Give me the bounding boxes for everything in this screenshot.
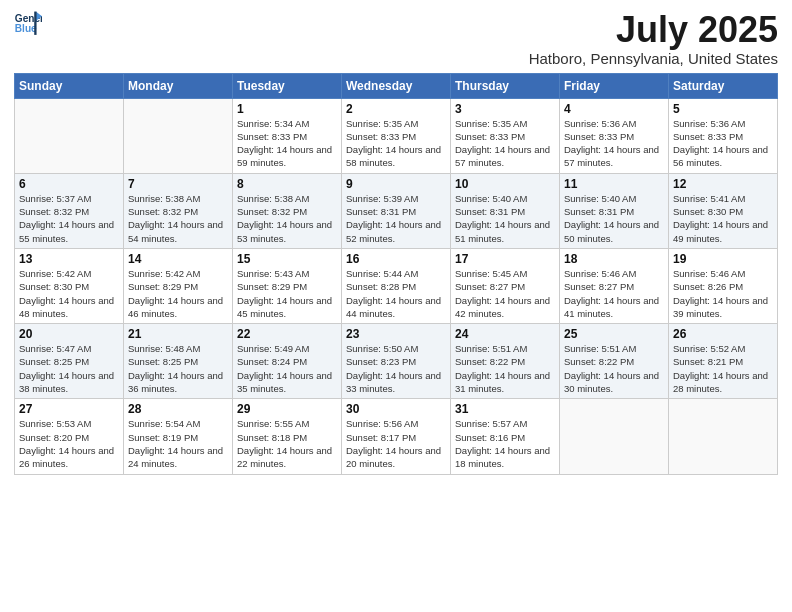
day-number: 30 (346, 402, 446, 416)
calendar-cell: 14Sunrise: 5:42 AM Sunset: 8:29 PM Dayli… (124, 248, 233, 323)
weekday-header-tuesday: Tuesday (233, 73, 342, 98)
calendar-cell: 6Sunrise: 5:37 AM Sunset: 8:32 PM Daylig… (15, 173, 124, 248)
weekday-header-monday: Monday (124, 73, 233, 98)
day-info: Sunrise: 5:49 AM Sunset: 8:24 PM Dayligh… (237, 342, 337, 395)
calendar-cell: 31Sunrise: 5:57 AM Sunset: 8:16 PM Dayli… (451, 399, 560, 474)
calendar-cell: 7Sunrise: 5:38 AM Sunset: 8:32 PM Daylig… (124, 173, 233, 248)
calendar-week-row: 20Sunrise: 5:47 AM Sunset: 8:25 PM Dayli… (15, 324, 778, 399)
logo-area: General Blue (14, 10, 42, 38)
day-info: Sunrise: 5:43 AM Sunset: 8:29 PM Dayligh… (237, 267, 337, 320)
day-info: Sunrise: 5:57 AM Sunset: 8:16 PM Dayligh… (455, 417, 555, 470)
day-info: Sunrise: 5:45 AM Sunset: 8:27 PM Dayligh… (455, 267, 555, 320)
day-number: 26 (673, 327, 773, 341)
day-number: 19 (673, 252, 773, 266)
calendar-week-row: 6Sunrise: 5:37 AM Sunset: 8:32 PM Daylig… (15, 173, 778, 248)
svg-text:Blue: Blue (15, 23, 37, 34)
day-number: 18 (564, 252, 664, 266)
weekday-header-saturday: Saturday (669, 73, 778, 98)
day-number: 15 (237, 252, 337, 266)
day-number: 16 (346, 252, 446, 266)
calendar-cell: 25Sunrise: 5:51 AM Sunset: 8:22 PM Dayli… (560, 324, 669, 399)
calendar-cell: 2Sunrise: 5:35 AM Sunset: 8:33 PM Daylig… (342, 98, 451, 173)
day-number: 1 (237, 102, 337, 116)
day-number: 14 (128, 252, 228, 266)
day-number: 29 (237, 402, 337, 416)
calendar-week-row: 13Sunrise: 5:42 AM Sunset: 8:30 PM Dayli… (15, 248, 778, 323)
logo-icon: General Blue (14, 10, 42, 38)
calendar-cell: 5Sunrise: 5:36 AM Sunset: 8:33 PM Daylig… (669, 98, 778, 173)
weekday-header-wednesday: Wednesday (342, 73, 451, 98)
day-number: 23 (346, 327, 446, 341)
calendar-cell: 12Sunrise: 5:41 AM Sunset: 8:30 PM Dayli… (669, 173, 778, 248)
day-info: Sunrise: 5:44 AM Sunset: 8:28 PM Dayligh… (346, 267, 446, 320)
day-info: Sunrise: 5:38 AM Sunset: 8:32 PM Dayligh… (237, 192, 337, 245)
day-number: 12 (673, 177, 773, 191)
calendar-cell: 21Sunrise: 5:48 AM Sunset: 8:25 PM Dayli… (124, 324, 233, 399)
calendar-cell: 18Sunrise: 5:46 AM Sunset: 8:27 PM Dayli… (560, 248, 669, 323)
day-number: 13 (19, 252, 119, 266)
day-number: 6 (19, 177, 119, 191)
calendar-cell: 24Sunrise: 5:51 AM Sunset: 8:22 PM Dayli… (451, 324, 560, 399)
day-number: 28 (128, 402, 228, 416)
day-number: 4 (564, 102, 664, 116)
calendar-cell: 23Sunrise: 5:50 AM Sunset: 8:23 PM Dayli… (342, 324, 451, 399)
day-number: 8 (237, 177, 337, 191)
day-info: Sunrise: 5:54 AM Sunset: 8:19 PM Dayligh… (128, 417, 228, 470)
day-info: Sunrise: 5:37 AM Sunset: 8:32 PM Dayligh… (19, 192, 119, 245)
weekday-header-thursday: Thursday (451, 73, 560, 98)
calendar-cell: 9Sunrise: 5:39 AM Sunset: 8:31 PM Daylig… (342, 173, 451, 248)
day-info: Sunrise: 5:39 AM Sunset: 8:31 PM Dayligh… (346, 192, 446, 245)
day-number: 5 (673, 102, 773, 116)
calendar-cell: 20Sunrise: 5:47 AM Sunset: 8:25 PM Dayli… (15, 324, 124, 399)
calendar-cell: 16Sunrise: 5:44 AM Sunset: 8:28 PM Dayli… (342, 248, 451, 323)
calendar-cell: 1Sunrise: 5:34 AM Sunset: 8:33 PM Daylig… (233, 98, 342, 173)
day-number: 11 (564, 177, 664, 191)
day-info: Sunrise: 5:40 AM Sunset: 8:31 PM Dayligh… (564, 192, 664, 245)
calendar-week-row: 27Sunrise: 5:53 AM Sunset: 8:20 PM Dayli… (15, 399, 778, 474)
calendar-cell: 4Sunrise: 5:36 AM Sunset: 8:33 PM Daylig… (560, 98, 669, 173)
calendar-cell: 8Sunrise: 5:38 AM Sunset: 8:32 PM Daylig… (233, 173, 342, 248)
day-number: 25 (564, 327, 664, 341)
day-info: Sunrise: 5:56 AM Sunset: 8:17 PM Dayligh… (346, 417, 446, 470)
day-info: Sunrise: 5:55 AM Sunset: 8:18 PM Dayligh… (237, 417, 337, 470)
day-number: 27 (19, 402, 119, 416)
main-title: July 2025 (529, 10, 778, 50)
weekday-header-friday: Friday (560, 73, 669, 98)
header: General Blue July 2025 Hatboro, Pennsylv… (14, 10, 778, 67)
day-info: Sunrise: 5:36 AM Sunset: 8:33 PM Dayligh… (673, 117, 773, 170)
calendar-cell: 19Sunrise: 5:46 AM Sunset: 8:26 PM Dayli… (669, 248, 778, 323)
svg-rect-4 (34, 12, 36, 35)
calendar-cell (669, 399, 778, 474)
weekday-header-sunday: Sunday (15, 73, 124, 98)
day-info: Sunrise: 5:34 AM Sunset: 8:33 PM Dayligh… (237, 117, 337, 170)
day-number: 17 (455, 252, 555, 266)
calendar-cell (15, 98, 124, 173)
day-number: 3 (455, 102, 555, 116)
day-info: Sunrise: 5:46 AM Sunset: 8:27 PM Dayligh… (564, 267, 664, 320)
calendar-cell: 13Sunrise: 5:42 AM Sunset: 8:30 PM Dayli… (15, 248, 124, 323)
sub-title: Hatboro, Pennsylvania, United States (529, 50, 778, 67)
day-number: 2 (346, 102, 446, 116)
calendar-cell: 30Sunrise: 5:56 AM Sunset: 8:17 PM Dayli… (342, 399, 451, 474)
day-info: Sunrise: 5:51 AM Sunset: 8:22 PM Dayligh… (564, 342, 664, 395)
day-info: Sunrise: 5:46 AM Sunset: 8:26 PM Dayligh… (673, 267, 773, 320)
calendar-cell: 15Sunrise: 5:43 AM Sunset: 8:29 PM Dayli… (233, 248, 342, 323)
calendar-cell: 27Sunrise: 5:53 AM Sunset: 8:20 PM Dayli… (15, 399, 124, 474)
calendar-week-row: 1Sunrise: 5:34 AM Sunset: 8:33 PM Daylig… (15, 98, 778, 173)
calendar-cell: 11Sunrise: 5:40 AM Sunset: 8:31 PM Dayli… (560, 173, 669, 248)
calendar-cell (560, 399, 669, 474)
day-info: Sunrise: 5:48 AM Sunset: 8:25 PM Dayligh… (128, 342, 228, 395)
calendar-cell: 28Sunrise: 5:54 AM Sunset: 8:19 PM Dayli… (124, 399, 233, 474)
calendar-cell: 26Sunrise: 5:52 AM Sunset: 8:21 PM Dayli… (669, 324, 778, 399)
calendar-cell: 22Sunrise: 5:49 AM Sunset: 8:24 PM Dayli… (233, 324, 342, 399)
calendar-cell: 17Sunrise: 5:45 AM Sunset: 8:27 PM Dayli… (451, 248, 560, 323)
day-info: Sunrise: 5:42 AM Sunset: 8:29 PM Dayligh… (128, 267, 228, 320)
calendar-cell: 3Sunrise: 5:35 AM Sunset: 8:33 PM Daylig… (451, 98, 560, 173)
calendar-table: SundayMondayTuesdayWednesdayThursdayFrid… (14, 73, 778, 475)
day-number: 24 (455, 327, 555, 341)
day-info: Sunrise: 5:42 AM Sunset: 8:30 PM Dayligh… (19, 267, 119, 320)
day-info: Sunrise: 5:52 AM Sunset: 8:21 PM Dayligh… (673, 342, 773, 395)
day-number: 7 (128, 177, 228, 191)
day-info: Sunrise: 5:47 AM Sunset: 8:25 PM Dayligh… (19, 342, 119, 395)
day-info: Sunrise: 5:51 AM Sunset: 8:22 PM Dayligh… (455, 342, 555, 395)
